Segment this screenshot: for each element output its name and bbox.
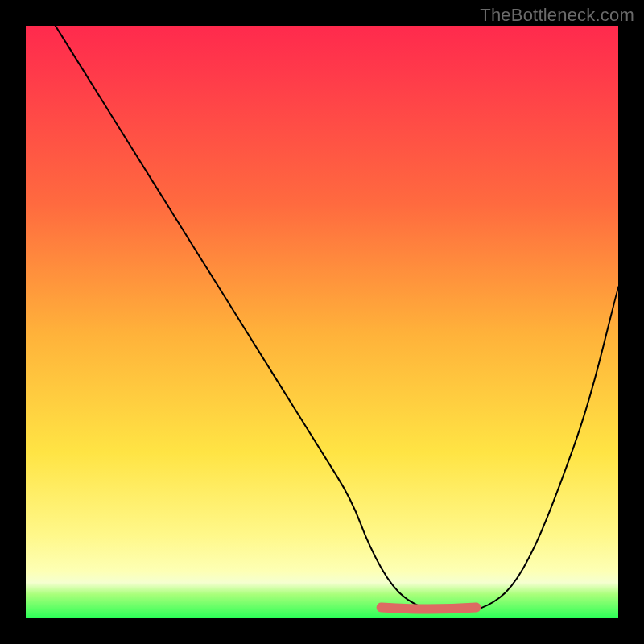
watermark-text: TheBottleneck.com [480,5,634,26]
optimal-range-marker [382,608,477,609]
chart-frame: TheBottleneck.com [0,0,644,644]
curve-svg [26,26,618,618]
bottleneck-curve [56,26,618,613]
plot-area [26,26,618,618]
